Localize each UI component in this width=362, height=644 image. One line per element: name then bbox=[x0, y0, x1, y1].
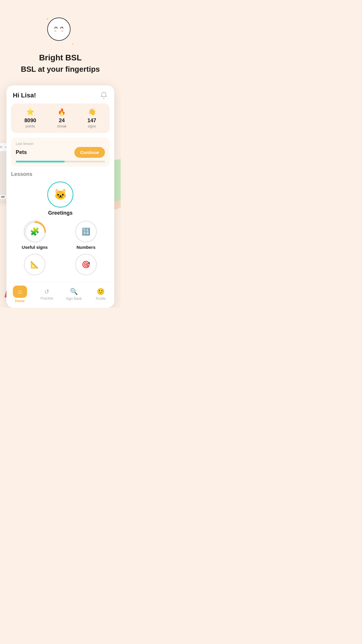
last-lesson-card: Last lesson Pets Continue bbox=[11, 138, 110, 167]
lesson-greetings[interactable]: 🐱 Greetings bbox=[11, 181, 110, 216]
lesson5-icon: 🎯 bbox=[75, 254, 97, 275]
mascot-blush-right bbox=[61, 30, 64, 32]
greetings-icon: 🐱 bbox=[47, 181, 73, 208]
mascot-star-tl: ✦ bbox=[46, 17, 49, 21]
mascot-eye-right bbox=[60, 27, 63, 29]
mascot-eye-left bbox=[55, 27, 57, 29]
sign-bank-label: Sign Bank bbox=[66, 297, 82, 301]
nav-home[interactable]: ⌂ Home bbox=[6, 286, 34, 303]
greeting-text: Hi Lisa! bbox=[13, 92, 36, 99]
last-lesson-label: Last lesson bbox=[16, 142, 105, 146]
numbers-name: Numbers bbox=[76, 245, 95, 250]
nav-practise[interactable]: ↺ Practise bbox=[34, 288, 61, 300]
app-subtitle: BSL at your fingertips bbox=[21, 65, 100, 74]
app-title: Bright BSL bbox=[39, 52, 82, 63]
useful-signs-icon: 🧩 bbox=[24, 221, 45, 242]
mascot: ✦ ✦ bbox=[47, 18, 73, 44]
mascot-blush-left bbox=[54, 30, 57, 32]
signs-label: signs bbox=[88, 124, 96, 128]
nav-profile[interactable]: 🙂 Profile bbox=[87, 288, 115, 301]
mascot-star-br: ✦ bbox=[72, 42, 74, 46]
last-lesson-row: Pets Continue bbox=[16, 147, 105, 158]
last-lesson-title: Pets bbox=[16, 149, 27, 155]
greetings-name: Greetings bbox=[48, 210, 73, 216]
card-header: Hi Lisa! bbox=[6, 85, 114, 104]
stat-streak: 🔥 24 streak bbox=[57, 108, 67, 128]
points-value: 8090 bbox=[24, 118, 36, 124]
lesson-grid: 🧩 Useful signs 🔢 Numbers 📐 bbox=[11, 221, 110, 278]
close-icon: ✕ bbox=[0, 145, 3, 149]
app-card: Hi Lisa! ⭐ 8090 points 🔥 24 streak 👋 147… bbox=[6, 85, 114, 308]
practise-label: Practise bbox=[41, 296, 53, 300]
sign-bank-icon: 🔍 bbox=[70, 288, 78, 295]
nav-sign-bank[interactable]: 🔍 Sign Bank bbox=[60, 288, 87, 301]
progress-bar-background bbox=[16, 161, 105, 162]
lesson-useful-signs[interactable]: 🧩 Useful signs bbox=[11, 221, 58, 250]
points-label: points bbox=[26, 124, 35, 128]
header-section: ✦ ✦ Bright BSL BSL at your fingertips bbox=[21, 0, 100, 85]
home-label: Home bbox=[15, 299, 25, 303]
home-icon: ⌂ bbox=[18, 288, 22, 295]
signs-value: 147 bbox=[87, 118, 96, 124]
profile-icon: 🙂 bbox=[97, 288, 105, 295]
stat-signs: 👋 147 signs bbox=[87, 108, 96, 128]
useful-signs-name: Useful signs bbox=[22, 245, 48, 250]
profile-label: Profile bbox=[96, 297, 106, 301]
lesson-numbers[interactable]: 🔢 Numbers bbox=[62, 221, 110, 250]
continue-button[interactable]: Continue bbox=[74, 147, 105, 158]
streak-value: 24 bbox=[59, 118, 65, 124]
practise-icon: ↺ bbox=[44, 288, 49, 295]
lesson4-icon: 📐 bbox=[24, 254, 45, 275]
streak-icon: 🔥 bbox=[58, 108, 66, 116]
streak-label: streak bbox=[57, 124, 67, 128]
stat-points: ⭐ 8090 points bbox=[24, 108, 36, 128]
numbers-icon: 🔢 bbox=[75, 221, 97, 242]
bottom-nav: ⌂ Home ↺ Practise 🔍 Sign Bank 🙂 Profile bbox=[6, 282, 114, 308]
points-icon: ⭐ bbox=[26, 108, 34, 116]
progress-bar-fill bbox=[16, 161, 65, 162]
card-badge: Hi! bbox=[0, 195, 6, 199]
lessons-label: Lessons bbox=[11, 171, 110, 177]
lessons-section: Lessons 🐱 Greetings 🧩 Useful signs bbox=[6, 171, 114, 282]
signs-icon: 👋 bbox=[88, 108, 96, 116]
stats-row: ⭐ 8090 points 🔥 24 streak 👋 147 signs bbox=[11, 104, 110, 133]
bell-icon[interactable] bbox=[100, 91, 108, 99]
lesson-5[interactable]: 🎯 bbox=[62, 254, 110, 278]
lesson-4[interactable]: 📐 bbox=[11, 254, 58, 278]
